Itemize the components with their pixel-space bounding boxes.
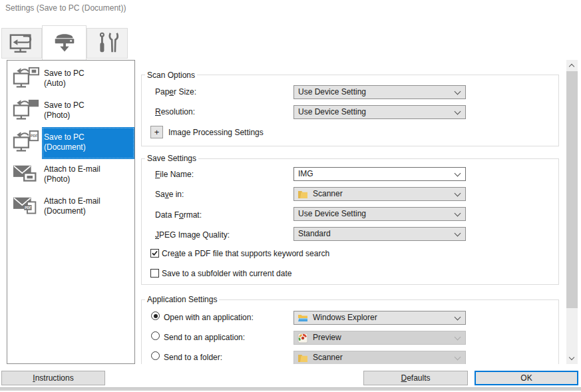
chevron-down-icon xyxy=(455,230,461,237)
send-to-folder-label: Send to a folder: xyxy=(164,353,222,362)
send-to-folder-radio[interactable] xyxy=(151,351,160,360)
resolution-label: Resolution: xyxy=(155,107,195,116)
open-with-application-label: Open with an application: xyxy=(164,313,254,322)
file-name-label: File Name: xyxy=(155,170,194,179)
save-in-label: Save in: xyxy=(155,190,184,199)
paper-size-label: Paper Size: xyxy=(155,87,196,97)
image-processing-label: Image Processing Settings xyxy=(168,128,264,137)
send-to-folder-select[interactable]: Scanner xyxy=(293,351,466,364)
chevron-down-icon xyxy=(569,355,574,360)
chevron-down-icon xyxy=(455,89,461,95)
jpeg-quality-select[interactable]: Standard xyxy=(293,227,466,241)
checkmark-icon xyxy=(151,250,158,257)
paper-size-select[interactable]: Use Device Setting xyxy=(293,85,466,99)
chevron-down-icon xyxy=(455,354,461,361)
data-format-value: Use Device Setting xyxy=(298,208,366,220)
item-line2: (Document) xyxy=(44,142,86,152)
save-settings-title: Save Settings xyxy=(145,154,198,163)
scan-options-title: Scan Options xyxy=(145,71,197,80)
window-bottom-edge xyxy=(0,387,581,391)
scroll-up-button[interactable] xyxy=(566,60,578,71)
application-settings-title: Application Settings xyxy=(145,295,219,304)
send-to-folder-value: Scanner xyxy=(313,351,343,364)
defaults-button[interactable]: Defaults xyxy=(363,371,468,385)
open-with-application-value: Windows Explorer xyxy=(313,311,377,324)
save-in-select[interactable]: Scanner xyxy=(293,187,466,201)
save-in-value: Scanner xyxy=(313,188,343,200)
subfolder-label: Save to a subfolder with current date xyxy=(162,269,291,278)
subfolder-checkbox[interactable] xyxy=(150,269,159,278)
chevron-down-icon xyxy=(455,314,461,321)
paper-size-value: Use Device Setting xyxy=(298,86,366,98)
preview-app-icon xyxy=(297,333,308,343)
open-with-application-select[interactable]: Windows Explorer xyxy=(293,311,466,325)
pdf-keyword-checkbox[interactable] xyxy=(150,249,159,258)
vertical-scrollbar[interactable] xyxy=(566,60,578,364)
send-to-application-label: Send to an application: xyxy=(164,333,245,342)
send-to-application-value: Preview xyxy=(313,331,341,344)
folder-icon xyxy=(297,353,308,363)
jpeg-quality-label: JPEG Image Quality: xyxy=(155,230,230,240)
settings-dialog: Settings (Save to PC (Document)) xyxy=(0,0,581,392)
send-to-application-radio[interactable] xyxy=(151,331,160,340)
folder-icon xyxy=(297,189,308,200)
file-name-input[interactable]: IMG xyxy=(293,167,466,181)
chevron-down-icon xyxy=(455,210,461,217)
scanner-save-icon xyxy=(51,30,79,57)
resolution-value: Use Device Setting xyxy=(298,106,366,118)
jpeg-quality-value: Standard xyxy=(298,228,331,240)
ok-button[interactable]: OK xyxy=(475,371,578,385)
send-to-application-select[interactable]: Preview xyxy=(293,331,466,345)
windows-explorer-icon xyxy=(297,313,308,323)
resolution-select[interactable]: Use Device Setting xyxy=(293,105,466,119)
chevron-down-icon xyxy=(455,170,461,177)
chevron-down-icon xyxy=(455,190,461,197)
data-format-label: Data Format: xyxy=(155,210,202,220)
open-with-application-radio[interactable] xyxy=(151,311,160,320)
item-line1: Save to PC xyxy=(44,132,86,142)
scrollbar-thumb[interactable] xyxy=(566,71,578,308)
data-format-select[interactable]: Use Device Setting xyxy=(293,207,466,221)
file-name-value: IMG xyxy=(298,168,313,180)
chevron-up-icon xyxy=(569,64,574,69)
image-processing-expand-button[interactable]: + xyxy=(150,126,163,138)
chevron-down-icon xyxy=(455,334,461,341)
chevron-down-icon xyxy=(455,108,461,115)
scroll-down-button[interactable] xyxy=(566,353,578,364)
instructions-button[interactable]: Instructions xyxy=(1,371,105,385)
pdf-keyword-label: Create a PDF file that supports keyword … xyxy=(162,249,329,258)
tab-scanner-save[interactable] xyxy=(42,25,87,60)
